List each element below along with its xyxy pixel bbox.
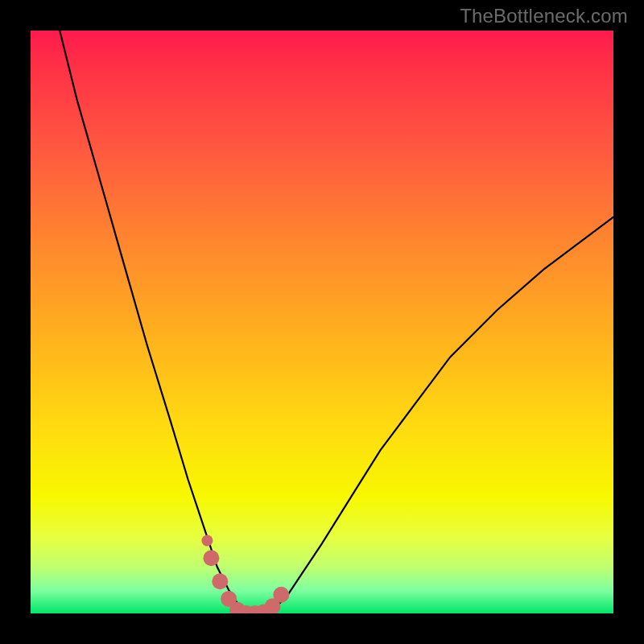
chart-svg (31, 31, 613, 613)
highlight-dot-outlier (201, 535, 213, 547)
watermark-text: TheBottleneck.com (460, 5, 628, 27)
highlight-dot (203, 550, 219, 566)
curve-highlight-minimum (201, 535, 289, 614)
bottleneck-curve (60, 31, 613, 613)
chart-frame: TheBottleneck.com (0, 0, 644, 644)
highlight-dot (273, 587, 289, 603)
highlight-dot (212, 573, 228, 589)
chart-plot-area (31, 31, 613, 613)
